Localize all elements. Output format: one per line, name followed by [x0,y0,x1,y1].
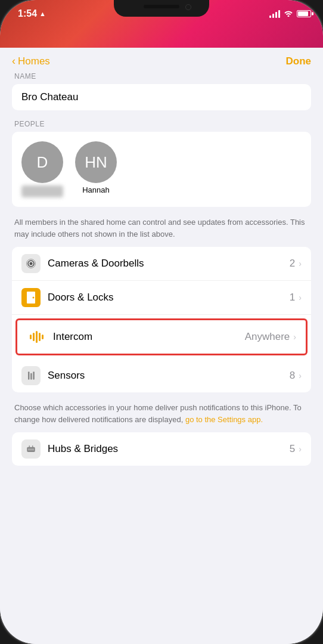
wave-bar-3 [36,331,38,343]
hubs-chevron-icon: › [299,444,302,454]
back-chevron-icon: ‹ [12,55,15,67]
intercom-waveform [30,331,44,343]
sensors-value: 8 [290,370,295,382]
intercom-chevron-icon: › [293,332,296,342]
intercom-wrapper: Intercom Anywhere › [12,315,311,359]
person1-name-blurred [21,185,63,197]
doors-label: Doors & Locks [48,292,290,304]
signal-bar-3 [275,12,277,18]
doors-chevron-icon: › [299,293,302,302]
location-icon: ▲ [39,10,46,17]
status-time: 1:54 ▲ [18,8,46,19]
nav-header: ‹ Homes Done [0,48,323,72]
svg-point-4 [33,297,35,299]
cameras-value: 2 [290,258,295,270]
doors-value: 1 [290,292,295,304]
content-area: ‹ Homes Done NAME PEOPLE D [0,48,323,644]
signal-bar-4 [278,10,280,18]
intercom-icon [27,327,46,346]
status-bar: 1:54 ▲ [18,8,311,19]
status-icons [269,9,311,18]
name-input[interactable] [12,84,311,110]
svg-rect-6 [30,373,32,380]
hubs-icon [21,439,41,459]
person2-initials: HN [85,153,107,172]
person1-avatar[interactable]: D [21,141,63,183]
battery-fill [298,11,308,16]
cameras-chevron-icon: › [299,259,302,268]
name-label: NAME [12,72,311,80]
svg-rect-5 [28,371,30,379]
hubs-value: 5 [290,443,295,455]
person2-avatar[interactable]: HN [75,141,117,183]
cameras-item[interactable]: Cameras & Doorbells 2 › [12,247,311,281]
wave-bar-5 [42,335,44,339]
sensors-label: Sensors [48,370,290,382]
wave-bar-2 [33,333,35,341]
people-label: PEOPLE [12,120,311,128]
done-button[interactable]: Done [286,55,312,67]
person1-initials: D [37,153,48,172]
signal-bar-2 [272,14,274,18]
hubs-label: Hubs & Bridges [48,443,290,455]
people-card: D HN Hannah [12,132,311,207]
svg-rect-9 [29,448,30,450]
camera-dot [185,4,191,10]
wifi-icon [284,9,293,18]
wave-bar-4 [39,333,41,341]
intercom-value: Anywhere [245,331,290,343]
cameras-icon [21,254,41,273]
signal-bar-1 [269,16,271,18]
people-section: PEOPLE D HN Hannah [0,120,323,207]
doors-icon [21,288,41,307]
signal-bars-icon [269,10,280,18]
svg-rect-11 [33,448,34,450]
name-section: NAME [0,72,323,110]
hubs-section: Hubs & Bridges 5 › [12,432,311,466]
person2-container: HN Hannah [75,141,117,194]
doors-item[interactable]: Doors & Locks 1 › [12,281,311,315]
phone-frame: 1:54 ▲ [0,0,323,644]
time-label: 1:54 [18,8,37,19]
intercom-label: Intercom [53,331,245,343]
svg-rect-7 [33,371,35,379]
svg-point-0 [30,262,33,265]
svg-rect-12 [29,445,30,447]
settings-link[interactable]: go to the Settings app. [185,415,263,424]
back-label: Homes [18,55,50,67]
speaker-notch [144,5,179,8]
intercom-item[interactable]: Intercom Anywhere › [15,318,308,355]
cameras-label: Cameras & Doorbells [48,258,290,270]
person1-container: D [21,141,63,197]
wave-bar-1 [30,335,32,339]
sensors-chevron-icon: › [299,371,302,380]
sensors-icon [21,366,41,385]
hubs-item[interactable]: Hubs & Bridges 5 › [12,432,311,466]
sensors-item[interactable]: Sensors 8 › [12,359,311,392]
person2-name: Hannah [82,185,110,194]
home-description: All members in the shared home can contr… [0,212,323,247]
accessories-list: Cameras & Doorbells 2 › Doors & Locks 1 … [12,247,311,392]
svg-rect-13 [32,445,33,447]
nav-back-button[interactable]: ‹ Homes [12,55,50,67]
svg-rect-10 [30,448,32,450]
screen: 1:54 ▲ [0,0,323,644]
battery-icon [297,10,311,17]
notification-description: Choose which accessories in your home de… [0,397,323,432]
